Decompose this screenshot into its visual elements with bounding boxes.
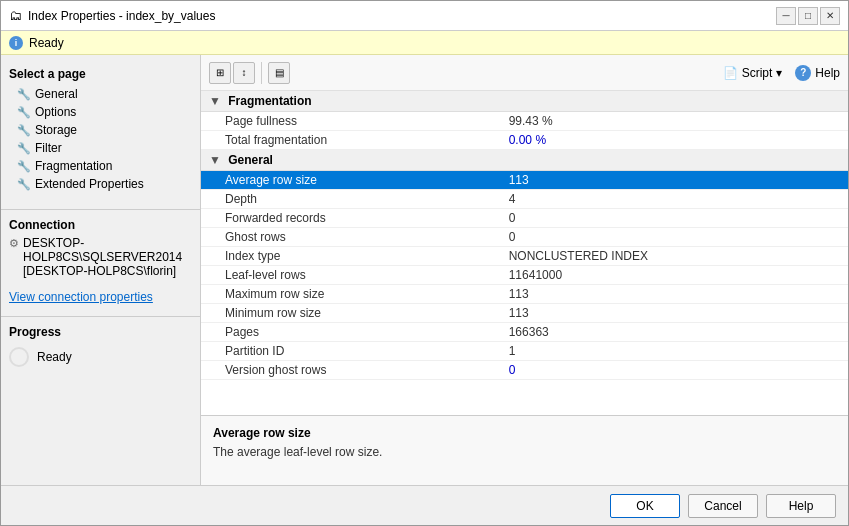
connection-title: Connection xyxy=(9,218,192,232)
connection-section: Connection ⚙ DESKTOP-HOLP8CS\SQLSERVER20… xyxy=(1,209,200,286)
prop-value: 113 xyxy=(501,285,848,304)
connection-info: ⚙ DESKTOP-HOLP8CS\SQLSERVER2014 [DESKTOP… xyxy=(9,236,192,278)
table-row[interactable]: Version ghost rows 0 xyxy=(201,361,848,380)
prop-value: NONCLUSTERED INDEX xyxy=(501,247,848,266)
infobar-status: Ready xyxy=(29,36,64,50)
data-area[interactable]: ▼ Fragmentation Page fullness 99.43 % To… xyxy=(201,91,848,415)
prop-name: Version ghost rows xyxy=(201,361,501,380)
toolbar-separator xyxy=(261,62,262,84)
toolbar: ⊞ ↕ ▤ 📄 Script ▾ ? Help xyxy=(201,55,848,91)
help-button[interactable]: ? Help xyxy=(795,65,840,81)
main-content: Select a page 🔧 General 🔧 Options 🔧 Stor… xyxy=(1,55,848,485)
table-row-selected[interactable]: Average row size 113 xyxy=(201,171,848,190)
sidebar-item-general[interactable]: 🔧 General xyxy=(1,85,200,103)
prop-value: 0 xyxy=(501,209,848,228)
table-row[interactable]: Forwarded records 0 xyxy=(201,209,848,228)
view-connection-link[interactable]: View connection properties xyxy=(1,290,200,304)
maximize-button[interactable]: □ xyxy=(798,7,818,25)
table-row[interactable]: Leaf-level rows 11641000 xyxy=(201,266,848,285)
titlebar-icon: 🗂 xyxy=(9,8,22,23)
grid-icon-button[interactable]: ⊞ xyxy=(209,62,231,84)
extended-icon: 🔧 xyxy=(17,178,31,191)
prop-name: Depth xyxy=(201,190,501,209)
right-panel: ⊞ ↕ ▤ 📄 Script ▾ ? Help xyxy=(201,55,848,485)
script-icon: 📄 xyxy=(723,66,738,80)
description-text: The average leaf-level row size. xyxy=(213,444,836,461)
progress-title: Progress xyxy=(9,325,192,339)
collapse-fragmentation[interactable]: ▼ xyxy=(209,94,221,108)
sidebar-item-filter[interactable]: 🔧 Filter xyxy=(1,139,200,157)
help-footer-button[interactable]: Help xyxy=(766,494,836,518)
prop-name: Index type xyxy=(201,247,501,266)
table-row[interactable]: Ghost rows 0 xyxy=(201,228,848,247)
sidebar-item-extended[interactable]: 🔧 Extended Properties xyxy=(1,175,200,193)
prop-value: 1 xyxy=(501,342,848,361)
left-panel: Select a page 🔧 General 🔧 Options 🔧 Stor… xyxy=(1,55,201,485)
progress-row: Ready xyxy=(9,347,192,367)
group-header-general: ▼ General xyxy=(201,150,848,171)
prop-name: Page fullness xyxy=(201,112,501,131)
connection-icon: ⚙ xyxy=(9,237,19,250)
titlebar-left: 🗂 Index Properties - index_by_values xyxy=(9,8,215,23)
table-row[interactable]: Pages 166363 xyxy=(201,323,848,342)
properties-table: ▼ Fragmentation Page fullness 99.43 % To… xyxy=(201,91,848,380)
titlebar-controls: ─ □ ✕ xyxy=(776,7,840,25)
table-row[interactable]: Maximum row size 113 xyxy=(201,285,848,304)
options-icon: 🔧 xyxy=(17,106,31,119)
spinner-icon xyxy=(9,347,29,367)
sort-icon-button[interactable]: ↕ xyxy=(233,62,255,84)
infobar: i Ready xyxy=(1,31,848,55)
fragmentation-icon: 🔧 xyxy=(17,160,31,173)
prop-value: 0.00 % xyxy=(501,131,848,150)
general-icon: 🔧 xyxy=(17,88,31,101)
table-row[interactable]: Depth 4 xyxy=(201,190,848,209)
prop-value: 166363 xyxy=(501,323,848,342)
table-row[interactable]: Page fullness 99.43 % xyxy=(201,112,848,131)
table-icon-button[interactable]: ▤ xyxy=(268,62,290,84)
script-button[interactable]: 📄 Script ▾ xyxy=(714,62,792,84)
titlebar-title: Index Properties - index_by_values xyxy=(28,9,215,23)
prop-value: 4 xyxy=(501,190,848,209)
window: 🗂 Index Properties - index_by_values ─ □… xyxy=(0,0,849,526)
prop-value: 0 xyxy=(501,228,848,247)
fragmentation-group-label: Fragmentation xyxy=(228,94,311,108)
prop-name: Ghost rows xyxy=(201,228,501,247)
prop-name: Minimum row size xyxy=(201,304,501,323)
select-page-label: Select a page xyxy=(1,63,200,85)
filter-icon: 🔧 xyxy=(17,142,31,155)
prop-name: Total fragmentation xyxy=(201,131,501,150)
cancel-button[interactable]: Cancel xyxy=(688,494,758,518)
prop-value: 113 xyxy=(501,304,848,323)
connection-server: DESKTOP-HOLP8CS\SQLSERVER2014 xyxy=(23,236,192,264)
group-header-fragmentation: ▼ Fragmentation xyxy=(201,91,848,112)
collapse-general[interactable]: ▼ xyxy=(209,153,221,167)
footer: OK Cancel Help xyxy=(1,485,848,525)
prop-value: 11641000 xyxy=(501,266,848,285)
table-row[interactable]: Partition ID 1 xyxy=(201,342,848,361)
sidebar-item-options[interactable]: 🔧 Options xyxy=(1,103,200,121)
table-row[interactable]: Minimum row size 113 xyxy=(201,304,848,323)
storage-icon: 🔧 xyxy=(17,124,31,137)
sidebar-item-storage[interactable]: 🔧 Storage xyxy=(1,121,200,139)
prop-name: Forwarded records xyxy=(201,209,501,228)
table-row[interactable]: Index type NONCLUSTERED INDEX xyxy=(201,247,848,266)
progress-section: Progress Ready xyxy=(1,316,200,375)
description-title: Average row size xyxy=(213,426,836,440)
help-icon: ? xyxy=(795,65,811,81)
connection-details: DESKTOP-HOLP8CS\SQLSERVER2014 [DESKTOP-H… xyxy=(23,236,192,278)
prop-name: Maximum row size xyxy=(201,285,501,304)
sidebar-item-fragmentation[interactable]: 🔧 Fragmentation xyxy=(1,157,200,175)
minimize-button[interactable]: ─ xyxy=(776,7,796,25)
prop-name: Leaf-level rows xyxy=(201,266,501,285)
ok-button[interactable]: OK xyxy=(610,494,680,518)
description-box: Average row size The average leaf-level … xyxy=(201,415,848,485)
close-button[interactable]: ✕ xyxy=(820,7,840,25)
icon-group: ⊞ ↕ xyxy=(209,62,255,84)
table-row[interactable]: Total fragmentation 0.00 % xyxy=(201,131,848,150)
prop-value: 113 xyxy=(501,171,848,190)
progress-status: Ready xyxy=(37,350,72,364)
prop-value: 99.43 % xyxy=(501,112,848,131)
info-icon: i xyxy=(9,36,23,50)
general-group-label: General xyxy=(228,153,273,167)
prop-name: Partition ID xyxy=(201,342,501,361)
